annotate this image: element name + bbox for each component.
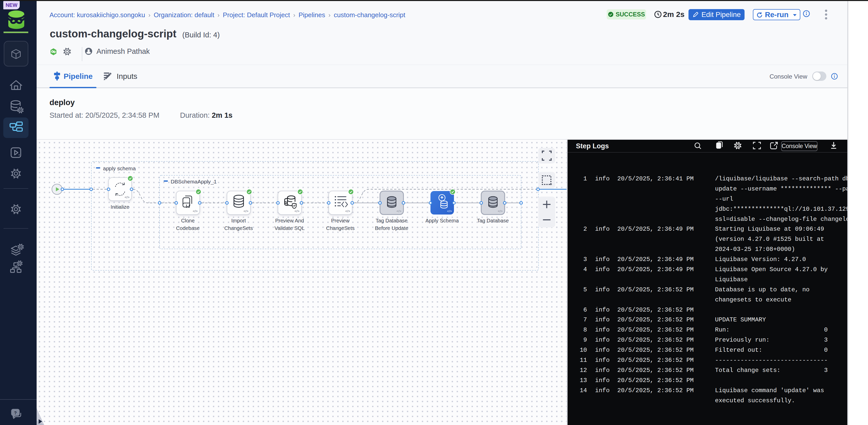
svg-text:Validate SQL: Validate SQL bbox=[274, 225, 305, 231]
svg-text:Console View: Console View bbox=[782, 143, 817, 149]
svg-text:Preview And: Preview And bbox=[275, 218, 304, 223]
svg-text:Import: Import bbox=[231, 218, 246, 223]
svg-text:DBSchemaApply_1: DBSchemaApply_1 bbox=[171, 179, 217, 185]
svg-text:Tag Database: Tag Database bbox=[376, 218, 408, 223]
svg-text:ChangeSets: ChangeSets bbox=[224, 225, 253, 231]
svg-text:Tag Database: Tag Database bbox=[477, 218, 509, 223]
svg-text:</>: </> bbox=[193, 209, 198, 213]
svg-text:?: ? bbox=[14, 410, 17, 416]
svg-text:</>: </> bbox=[396, 209, 401, 213]
svg-text:ChangeSets: ChangeSets bbox=[326, 225, 355, 231]
svg-text:apply schema: apply schema bbox=[103, 166, 136, 171]
svg-text:Preview: Preview bbox=[331, 218, 350, 223]
svg-text:Animesh Pathak: Animesh Pathak bbox=[96, 47, 150, 55]
svg-text:</>: </> bbox=[124, 195, 129, 199]
svg-text:Clone: Clone bbox=[181, 218, 195, 223]
svg-text:</>: </> bbox=[498, 209, 503, 213]
svg-text:</>: </> bbox=[345, 209, 350, 213]
svg-text:</>: </> bbox=[447, 209, 452, 213]
svg-text:</>: </> bbox=[294, 209, 300, 213]
svg-text:Codebase: Codebase bbox=[176, 225, 199, 231]
svg-text:Initialize: Initialize bbox=[111, 204, 129, 210]
svg-text:Apply Schema: Apply Schema bbox=[426, 218, 459, 223]
svg-text:Before Update: Before Update bbox=[375, 225, 408, 231]
svg-text:</>: </> bbox=[243, 209, 248, 213]
